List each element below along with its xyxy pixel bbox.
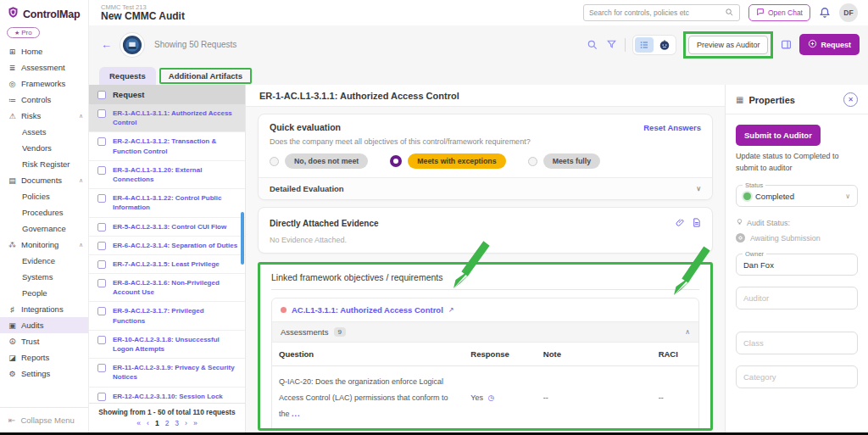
detailed-evaluation-toggle[interactable]: Detailed Evaluation ∨ (259, 177, 712, 199)
request-list-item[interactable]: ER-4-AC.L1-3.1.22: Control Public Inform… (89, 189, 245, 217)
request-checkbox[interactable] (97, 194, 106, 203)
sidebar-item-risks[interactable]: ⚠ Risks ∧ (0, 108, 88, 124)
request-link[interactable]: ER-3-AC.L1-3.1.20: External Connections (113, 165, 238, 184)
request-checkbox[interactable] (97, 307, 106, 315)
sidebar-item-settings[interactable]: ⚙ Settings (0, 365, 88, 382)
category-input[interactable] (736, 365, 858, 388)
tab-requests[interactable]: Requests (99, 67, 156, 85)
request-link[interactable]: ER-10-AC.L2-3.1.8: Unsuccessful Logon At… (113, 335, 238, 354)
request-checkbox[interactable] (97, 109, 106, 118)
radio-icon[interactable] (270, 157, 279, 166)
request-link[interactable]: ER-12-AC.L2-3.1.10: Session Lock (113, 392, 223, 401)
add-request-button[interactable]: Request (799, 34, 860, 55)
auditor-input[interactable] (736, 287, 858, 310)
close-panel-icon[interactable]: ✕ (843, 92, 858, 107)
sidebar-item-audits[interactable]: ▣ Audits (0, 317, 88, 333)
assessments-toggle[interactable]: Assessments 9 ∧ (272, 321, 698, 343)
control-link[interactable]: AC.L1-3.1.1: Authorized Access Control (292, 305, 443, 315)
sidebar-item-risk-register[interactable]: Risk Register (0, 156, 88, 172)
evaluation-option[interactable]: Meets fully (528, 153, 600, 169)
sidebar-item-reports[interactable]: ◪ Reports (0, 349, 88, 365)
evaluation-option-label[interactable]: Meets with exceptions (408, 153, 505, 169)
request-checkbox[interactable] (97, 137, 106, 146)
request-checkbox[interactable] (97, 279, 106, 287)
question-ellipsis-link[interactable]: ... (292, 410, 301, 418)
search-requests-icon[interactable] (587, 39, 598, 51)
request-list-item[interactable]: ER-1-AC.L1-3.1.1: Authorized Access Cont… (89, 104, 245, 132)
request-list-item[interactable]: ER-6-AC.L2-3.1.4: Separation of Duties (89, 237, 245, 255)
request-link[interactable]: ER-9-AC.L2-3.1.7: Privileged Functions (113, 306, 238, 325)
auditor-bot-toggle[interactable] (655, 37, 674, 53)
request-link[interactable]: ER-5-AC.L2-3.1.3: Control CUI Flow (113, 222, 226, 231)
class-input[interactable] (736, 332, 858, 354)
evaluation-option[interactable]: No, does not meet (270, 153, 368, 169)
pagination-item[interactable]: ‹ (147, 419, 149, 427)
radio-icon[interactable] (528, 157, 537, 166)
sidebar-item-documents[interactable]: ▤ Documents ∧ (0, 172, 88, 188)
pagination-item[interactable]: 3 (175, 419, 179, 427)
back-arrow-icon[interactable]: ← (101, 38, 112, 51)
paperclip-icon[interactable] (676, 215, 685, 231)
evaluation-option-label[interactable]: Meets fully (543, 153, 600, 169)
sidebar-item-integrations[interactable]: ♯ Integrations (0, 301, 88, 317)
request-link[interactable]: ER-2-AC.L1-3.1.2: Transaction & Function… (113, 137, 238, 155)
request-list-item[interactable]: ER-10-AC.L2-3.1.8: Unsuccessful Logon At… (89, 331, 245, 359)
reset-answers-link[interactable]: Reset Answers (643, 123, 701, 132)
preview-as-auditor-button[interactable]: Preview as Auditor (688, 36, 769, 54)
request-link[interactable]: ER-8-AC.L2-3.1.6: Non-Privileged Account… (113, 278, 238, 297)
pagination-item[interactable]: 2 (165, 419, 170, 427)
history-clock-icon[interactable]: ◷ (488, 393, 495, 402)
tab-additional-artifacts[interactable]: Additional Artifacts (159, 68, 252, 84)
notifications-bell-icon[interactable] (819, 7, 831, 19)
owner-field[interactable]: Owner Dan Fox (736, 254, 858, 276)
request-checkbox[interactable] (97, 393, 106, 401)
brand-logo[interactable]: ControlMap (0, 0, 88, 25)
request-list-item[interactable]: ER-8-AC.L2-3.1.6: Non-Privileged Account… (89, 274, 245, 302)
raci-view-link[interactable]: -- (659, 393, 664, 402)
pagination-item[interactable]: › (185, 419, 187, 427)
radio-icon[interactable] (390, 155, 402, 167)
sidebar-item-vendors[interactable]: Vendors (0, 140, 88, 156)
request-link[interactable]: ER-7-AC.L2-3.1.5: Least Privilege (113, 259, 220, 269)
request-link[interactable]: ER-11-AC.L2-3.1.9: Privacy & Security No… (113, 363, 238, 382)
status-select[interactable]: Status Completed ∨ (736, 185, 858, 207)
user-avatar[interactable]: DF (839, 3, 858, 22)
select-all-checkbox[interactable] (97, 91, 106, 99)
request-checkbox[interactable] (97, 364, 106, 372)
global-search[interactable] (583, 4, 740, 21)
request-list-item[interactable]: ER-7-AC.L2-3.1.5: Least Privilege (89, 255, 245, 274)
list-scrollbar-thumb[interactable] (241, 212, 244, 265)
request-checkbox[interactable] (97, 166, 106, 175)
pagination-item[interactable]: « (136, 419, 141, 427)
list-view-toggle[interactable] (635, 37, 654, 53)
request-list-item[interactable]: ER-3-AC.L1-3.1.20: External Connections (89, 161, 245, 189)
search-icon[interactable] (725, 5, 734, 20)
sidebar-item-policies[interactable]: Policies (0, 188, 88, 204)
sidebar-item-governance[interactable]: Governance (0, 220, 88, 237)
collapse-menu-button[interactable]: ⇤ Collapse Menu (0, 407, 88, 432)
sidebar-item-people[interactable]: People (0, 285, 88, 301)
sidebar-item-assessment[interactable]: ≣ Assessment (0, 59, 88, 75)
sidebar-item-trust[interactable]: ☮ Trust (0, 333, 88, 349)
pagination-item[interactable]: » (193, 419, 198, 427)
submit-to-auditor-button[interactable]: Submit to Auditor (736, 125, 821, 146)
request-checkbox[interactable] (97, 336, 106, 344)
evaluation-option[interactable]: Meets with exceptions (390, 153, 505, 169)
request-list-item[interactable]: ER-5-AC.L2-3.1.3: Control CUI Flow (89, 218, 245, 237)
external-link-icon[interactable]: ↗ (448, 306, 454, 314)
request-list-item[interactable]: ER-11-AC.L2-3.1.9: Privacy & Security No… (89, 359, 245, 387)
sidebar-item-procedures[interactable]: Procedures (0, 204, 88, 220)
request-checkbox[interactable] (97, 223, 106, 231)
request-link[interactable]: ER-1-AC.L1-3.1.1: Authorized Access Cont… (113, 109, 238, 127)
sidebar-item-assets[interactable]: Assets (0, 124, 88, 140)
request-checkbox[interactable] (97, 242, 106, 250)
filter-funnel-icon[interactable] (606, 39, 617, 50)
request-link[interactable]: ER-4-AC.L1-3.1.22: Control Public Inform… (113, 193, 238, 212)
sidebar-item-systems[interactable]: Systems (0, 269, 88, 285)
open-chat-button[interactable]: Open Chat (748, 4, 810, 21)
request-link[interactable]: ER-6-AC.L2-3.1.4: Separation of Duties (113, 241, 237, 250)
sidebar-item-home[interactable]: ⊞ Home (0, 43, 88, 59)
side-panel-icon[interactable] (781, 39, 792, 50)
request-list-item[interactable]: ER-9-AC.L2-3.1.7: Privileged Functions (89, 302, 245, 330)
request-list-item[interactable]: ER-12-AC.L2-3.1.10: Session Lock (89, 388, 245, 403)
